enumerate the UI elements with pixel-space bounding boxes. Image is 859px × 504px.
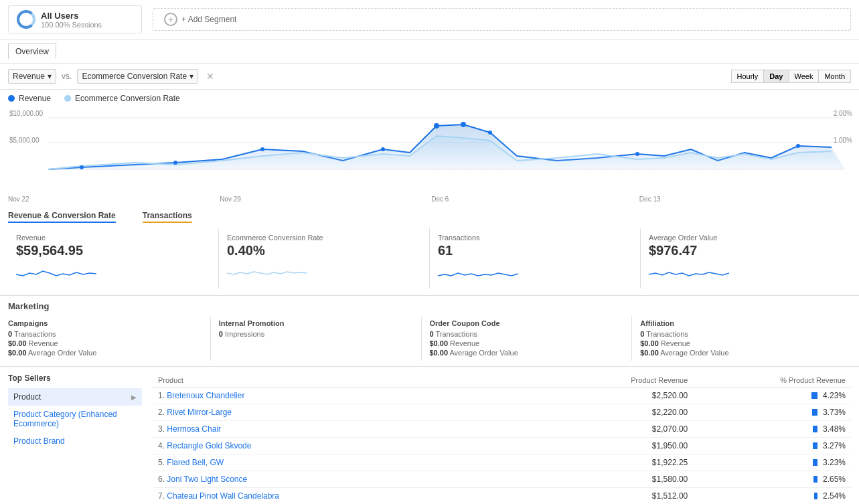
marketing-grid: Campaigns 0 Transactions $0.00 Revenue $… <box>8 317 851 361</box>
row-number: 7. <box>158 491 165 501</box>
x-label-dec6: Dec 6 <box>431 195 449 203</box>
metric-label-conversion: Ecommerce Conversion Rate <box>227 234 421 242</box>
product-link[interactable]: Chateau Pinot Wall Candelabra <box>167 491 279 501</box>
tab-overview[interactable]: Overview <box>8 44 56 59</box>
product-link[interactable]: Hermosa Chair <box>167 424 221 434</box>
col-revenue: Product Revenue <box>553 373 693 388</box>
clear-comparison-button[interactable]: ✕ <box>204 71 217 82</box>
product-table: Product Product Revenue % Product Revenu… <box>153 373 851 504</box>
segment-pct: 100.00% Sessions <box>41 21 102 29</box>
y-axis-top-left: $10,000.00 <box>9 110 43 117</box>
metric1-label: Revenue <box>13 72 45 81</box>
coupon-transactions: 0 Transactions <box>430 330 624 338</box>
pct-value: 4.23% <box>823 391 846 400</box>
product-revenue-cell: $1,950.00 <box>553 438 693 454</box>
add-segment-label: + Add Segment <box>181 15 236 24</box>
sellers-nav-product[interactable]: Product ▶ <box>8 388 142 406</box>
marketing-section: Marketing Campaigns 0 Transactions $0.00… <box>0 296 859 367</box>
sparkline-conversion <box>227 261 307 281</box>
all-users-segment[interactable]: All Users 100.00% Sessions <box>8 5 142 33</box>
time-hourly-button[interactable]: Hourly <box>731 70 764 83</box>
coupon-revenue-val: $0.00 <box>430 339 449 347</box>
sparkline-aov <box>649 261 729 281</box>
marketing-coupon: Order Coupon Code 0 Transactions $0.00 R… <box>430 317 633 361</box>
pct-value: 3.27% <box>823 441 846 450</box>
time-week-button[interactable]: Week <box>789 70 819 83</box>
product-link[interactable]: Rectangle Gold Skvode <box>167 441 251 450</box>
metric1-select[interactable]: Revenue ▾ <box>8 69 56 84</box>
product-table-body: 1. Bretenoux Chandelier $2,520.00 4.23% … <box>153 388 851 505</box>
campaigns-aov: $0.00 Average Order Value <box>8 349 202 357</box>
pct-bar-container: 4.23% <box>698 391 846 400</box>
product-link[interactable]: Flared Bell, GW <box>167 458 224 467</box>
chart-dot <box>796 144 800 148</box>
table-row: 4. Rectangle Gold Skvode $1,950.00 3.27% <box>153 438 851 454</box>
pct-value: 2.65% <box>823 475 846 484</box>
sellers-nav-product-label: Product <box>13 392 41 402</box>
affiliation-aov-val: $0.00 <box>640 349 659 357</box>
bar <box>811 392 817 399</box>
product-revenue-cell: $1,512.00 <box>553 488 693 505</box>
add-segment-button[interactable]: + + Add Segment <box>153 8 851 31</box>
campaigns-revenue: $0.00 Revenue <box>8 339 202 347</box>
row-number: 5. <box>158 458 165 467</box>
legend-revenue-label: Revenue <box>19 94 51 103</box>
product-link[interactable]: Joni Two Light Sconce <box>167 475 247 484</box>
section2-title: Transactions <box>143 211 192 223</box>
product-pct-cell: 3.27% <box>693 438 851 454</box>
controls-bar: Revenue ▾ vs. Ecommerce Conversion Rate … <box>0 64 859 90</box>
chart-dot <box>635 152 639 156</box>
sellers-nav-chevron: ▶ <box>131 394 137 401</box>
y-axis-top-right: 2.00% <box>834 110 852 117</box>
chart-dot <box>80 165 84 169</box>
chart-dot <box>173 161 177 165</box>
pct-bar-container: 3.73% <box>698 408 846 417</box>
row-number: 1. <box>158 391 165 400</box>
bar <box>813 459 817 466</box>
bar <box>814 493 817 499</box>
x-label-nov29: Nov 29 <box>220 195 241 203</box>
campaigns-revenue-val: $0.00 <box>8 339 27 347</box>
time-month-button[interactable]: Month <box>818 70 851 83</box>
sellers-nav-list: Product ▶ Product Category (Enhanced Eco… <box>8 388 142 450</box>
metric-value-aov: $976.47 <box>649 243 843 258</box>
coupon-aov-val: $0.00 <box>430 349 449 357</box>
metric-label-aov: Average Order Value <box>649 234 843 242</box>
coupon-aov: $0.00 Average Order Value <box>430 349 624 357</box>
bottom-section: Top Sellers Product ▶ Product Category (… <box>0 367 859 504</box>
row-number: 4. <box>158 441 165 450</box>
bar <box>813 476 817 483</box>
product-link[interactable]: Rivet Mirror-Large <box>167 408 232 417</box>
sellers-nav-category[interactable]: Product Category (Enhanced Ecommerce) <box>8 406 142 432</box>
marketing-campaigns-title: Campaigns <box>8 319 202 327</box>
metric2-chevron: ▾ <box>189 72 193 81</box>
pct-value: 3.23% <box>823 458 846 467</box>
sellers-nav-brand[interactable]: Product Brand <box>8 432 142 450</box>
x-label-dec13: Dec 13 <box>639 195 661 203</box>
table-row: 1. Bretenoux Chandelier $2,520.00 4.23% <box>153 388 851 404</box>
affiliation-revenue: $0.00 Revenue <box>640 339 835 347</box>
vs-label: vs. <box>62 72 72 81</box>
segment-name: All Users <box>41 11 102 21</box>
y-axis-mid-left: $5,000.00 <box>9 137 40 144</box>
bar <box>812 409 817 416</box>
x-label-nov22: Nov 22 <box>8 195 29 203</box>
product-name-cell: 3. Hermosa Chair <box>153 421 553 438</box>
metric-label-transactions: Transactions <box>438 234 632 242</box>
table-header-row: Product Product Revenue % Product Revenu… <box>153 373 851 388</box>
chart-dot <box>488 131 492 135</box>
overview-tab-bar: Overview <box>0 39 859 64</box>
metric-value-conversion: 0.40% <box>227 243 421 258</box>
product-revenue-cell: $1,922.25 <box>553 454 693 471</box>
product-link[interactable]: Bretenoux Chandelier <box>167 391 244 400</box>
coupon-transactions-num: 0 <box>430 330 434 338</box>
time-day-button[interactable]: Day <box>763 70 788 83</box>
metric2-select[interactable]: Ecommerce Conversion Rate ▾ <box>77 69 198 84</box>
metric-card-transactions: Transactions 61 <box>430 228 641 288</box>
col-product: Product <box>153 373 553 388</box>
time-period-buttons: Hourly Day Week Month <box>731 70 851 83</box>
sellers-nav-brand-link[interactable]: Product Brand <box>13 436 65 446</box>
y-axis-mid-right: 1.00% <box>834 137 852 144</box>
row-number: 3. <box>158 424 165 434</box>
sellers-nav-category-link[interactable]: Product Category (Enhanced Ecommerce) <box>13 410 137 428</box>
